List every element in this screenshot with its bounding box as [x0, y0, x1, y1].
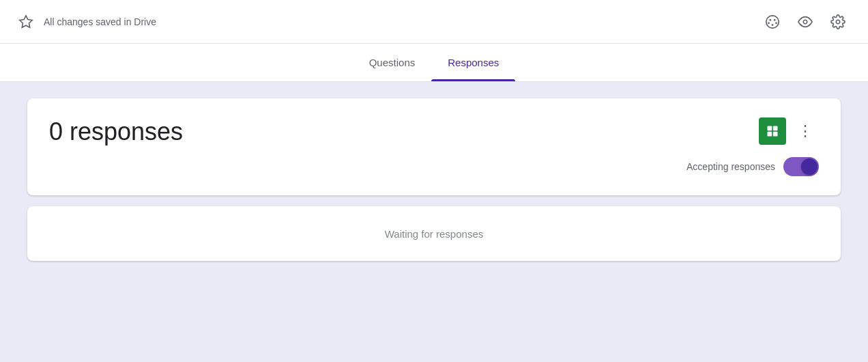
svg-rect-10 — [773, 126, 778, 131]
responses-card: 0 responses ⋮ Accepting responses — [27, 98, 841, 195]
accepting-row: Accepting responses — [49, 157, 819, 176]
svg-rect-11 — [768, 132, 772, 137]
responses-count: 0 responses — [49, 117, 183, 146]
svg-point-2 — [769, 18, 771, 20]
svg-point-7 — [803, 20, 807, 24]
header-left: All changes saved in Drive — [16, 12, 156, 31]
responses-card-top: 0 responses ⋮ — [49, 117, 819, 146]
palette-icon[interactable] — [759, 8, 786, 36]
accepting-toggle[interactable] — [783, 157, 819, 176]
spreadsheet-button[interactable] — [759, 117, 786, 145]
svg-marker-0 — [20, 15, 32, 27]
svg-point-6 — [775, 22, 777, 24]
star-icon[interactable] — [16, 12, 35, 31]
svg-point-4 — [768, 22, 770, 24]
svg-point-1 — [766, 15, 779, 27]
svg-point-3 — [774, 18, 776, 20]
svg-rect-12 — [773, 132, 778, 137]
preview-icon[interactable] — [792, 8, 819, 36]
saved-status: All changes saved in Drive — [44, 16, 156, 27]
settings-icon[interactable] — [824, 8, 852, 36]
svg-point-8 — [836, 20, 840, 24]
header-right — [759, 8, 852, 36]
header: All changes saved in Drive — [0, 0, 868, 44]
main-content: 0 responses ⋮ Accepting responses — [0, 82, 868, 362]
tab-questions[interactable]: Questions — [353, 44, 432, 81]
svg-point-5 — [772, 24, 774, 26]
accepting-label: Accepting responses — [686, 161, 775, 172]
svg-rect-9 — [768, 126, 772, 131]
tab-responses[interactable]: Responses — [431, 44, 515, 81]
waiting-card: Waiting for responses — [27, 206, 841, 261]
more-options-button[interactable]: ⋮ — [792, 117, 819, 145]
toggle-thumb — [801, 158, 818, 175]
waiting-text: Waiting for responses — [385, 228, 484, 240]
tabs-bar: Questions Responses — [0, 44, 868, 82]
responses-card-actions: ⋮ — [759, 117, 819, 145]
